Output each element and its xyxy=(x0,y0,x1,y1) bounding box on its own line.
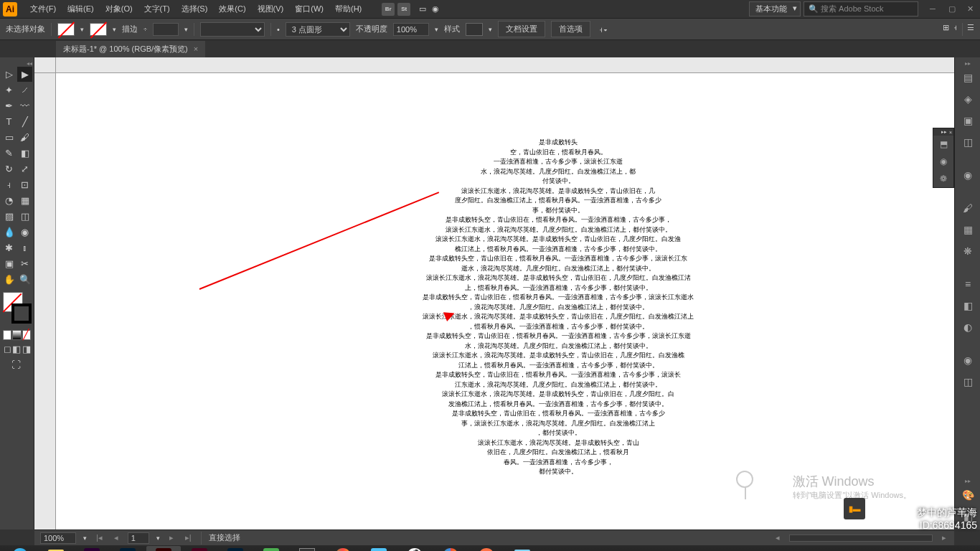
first-artboard[interactable]: |◂ xyxy=(94,533,105,542)
curvature-tool[interactable]: 〰 xyxy=(17,98,32,113)
properties-icon[interactable]: ◉ xyxy=(933,153,953,170)
taskbar-app2[interactable] xyxy=(290,546,324,551)
transform-panel-icon[interactable]: ⊞ xyxy=(943,23,949,36)
taskbar-photoshop[interactable]: Ps xyxy=(110,546,145,551)
panel-collapse-icon[interactable]: ▸▸ xyxy=(941,129,947,135)
taskbar-chrome[interactable] xyxy=(433,546,468,551)
bridge-icon[interactable]: Br xyxy=(382,3,395,16)
taskbar-illustrator[interactable]: Ai xyxy=(146,546,181,551)
taskbar-app6[interactable] xyxy=(505,546,540,551)
artboard-input[interactable] xyxy=(128,532,149,544)
lasso-tool[interactable]: ⟋ xyxy=(17,83,32,98)
scale-tool[interactable]: ⤢ xyxy=(17,161,32,176)
appearance-panel-icon[interactable]: ◉ xyxy=(955,350,980,370)
color-mode[interactable] xyxy=(3,330,11,340)
libraries-icon[interactable]: ⬒ xyxy=(933,136,953,153)
minimize-button[interactable]: ─ xyxy=(930,4,940,14)
brush-select[interactable] xyxy=(200,22,265,37)
symbols-panel-icon[interactable]: ❋ xyxy=(955,241,980,261)
zoom-tool[interactable]: 🔍 xyxy=(17,272,32,287)
stock-icon[interactable]: St xyxy=(397,3,410,16)
free-transform-tool[interactable]: ⊡ xyxy=(17,177,32,192)
asset-export-panel-icon[interactable]: ◫ xyxy=(955,132,980,152)
line-tool[interactable]: ╱ xyxy=(17,114,32,129)
document-tab[interactable]: 未标题-1* @ 100% (RGB/像素预览) × xyxy=(56,41,205,57)
draw-behind[interactable]: ◧ xyxy=(12,344,21,354)
stroke-panel-icon[interactable]: ≡ xyxy=(955,274,980,294)
gradient-tool[interactable]: ◫ xyxy=(17,209,32,224)
shaper-tool[interactable]: ✎ xyxy=(1,146,17,161)
hand-tool[interactable]: ✋ xyxy=(1,272,17,287)
taskbar-premiere[interactable]: Pr xyxy=(75,546,109,551)
direct-selection-tool[interactable]: ▶ xyxy=(17,67,32,82)
graphic-styles-panel-icon[interactable]: ◫ xyxy=(955,372,980,392)
align-icon[interactable]: ⫞▾ xyxy=(599,25,608,34)
menu-select[interactable]: 选择(S) xyxy=(176,1,214,17)
prev-artboard[interactable]: ◂ xyxy=(112,533,121,542)
zoom-input[interactable] xyxy=(40,532,76,544)
menu-window[interactable]: 窗口(W) xyxy=(289,1,329,17)
close-button[interactable]: ✕ xyxy=(967,4,977,14)
rectangle-tool[interactable]: ▭ xyxy=(1,130,17,145)
stock-search[interactable]: 🔍 搜索 Adobe Stock xyxy=(804,1,918,17)
taskbar-browser[interactable] xyxy=(3,546,37,551)
stroke-box[interactable] xyxy=(11,303,32,324)
gradient-panel-icon[interactable]: ◧ xyxy=(955,296,980,316)
taskbar-indesign[interactable]: Id xyxy=(182,546,217,551)
align-panel-icon[interactable]: ⫞ xyxy=(953,23,958,36)
swatches-panel-icon[interactable]: ▦ xyxy=(955,220,980,240)
opacity-input[interactable] xyxy=(393,23,429,36)
blend-tool[interactable]: ◉ xyxy=(17,225,32,240)
stroke-swatch[interactable] xyxy=(90,23,107,36)
type-tool[interactable]: T xyxy=(1,114,17,129)
panel-close-icon[interactable]: × xyxy=(949,130,952,135)
paintbrush-tool[interactable]: 🖌 xyxy=(17,130,32,145)
menu-help[interactable]: 帮助(H) xyxy=(329,1,367,17)
width-tool[interactable]: ⫞ xyxy=(1,177,17,192)
selection-tool[interactable]: ▷ xyxy=(1,67,17,82)
shape-builder-tool[interactable]: ◔ xyxy=(1,193,17,208)
draw-normal[interactable]: ◻ xyxy=(3,344,11,354)
menu-view[interactable]: 视图(V) xyxy=(252,1,290,17)
taskbar-app4[interactable] xyxy=(362,546,396,551)
stroke-weight-input[interactable] xyxy=(153,23,179,36)
profile-select[interactable]: 3 点圆形 xyxy=(286,22,350,37)
color-panel-icon[interactable]: 🎨 xyxy=(955,485,980,505)
eraser-tool[interactable]: ◧ xyxy=(17,146,32,161)
transparency-panel-icon[interactable]: ◐ xyxy=(955,317,980,337)
menu-effect[interactable]: 效果(C) xyxy=(213,1,251,17)
none-mode[interactable]: ╱ xyxy=(22,330,31,340)
rotate-tool[interactable]: ↻ xyxy=(1,161,17,176)
horizontal-scrollbar[interactable] xyxy=(789,534,933,542)
menu-edit[interactable]: 编辑(E) xyxy=(62,1,100,17)
mesh-tool[interactable]: ▨ xyxy=(1,209,17,224)
menu-file[interactable]: 文件(F) xyxy=(24,1,62,17)
layers-panel-icon[interactable]: ◈ xyxy=(955,89,980,109)
magic-wand-tool[interactable]: ✦ xyxy=(1,83,17,98)
dock-collapse-icon[interactable]: ▸▸ xyxy=(955,60,980,66)
scroll-right[interactable]: ▸ xyxy=(940,533,948,542)
ruler-vertical[interactable] xyxy=(34,73,56,529)
slice-tool[interactable]: ✂ xyxy=(17,256,32,271)
cc-libraries-icon[interactable]: ❁ xyxy=(933,170,953,187)
next-artboard[interactable]: ▸ xyxy=(167,533,176,542)
taskbar-app1[interactable] xyxy=(254,546,288,551)
ruler-horizontal[interactable] xyxy=(56,57,954,73)
dock-collapse-icon-2[interactable]: ▸▸ xyxy=(955,478,980,484)
brushes-panel-icon[interactable]: 🖌 xyxy=(955,198,980,218)
menu-type[interactable]: 文字(T) xyxy=(138,1,176,17)
arrange-icon[interactable]: ▭ xyxy=(416,3,429,16)
area-text-object[interactable]: 是非成败转头空，青山依旧在，惯看秋月春风。一壶浊酒喜相逢，古今多少事，滚滚长江东… xyxy=(379,138,738,477)
column-graph-tool[interactable]: ⫾ xyxy=(17,240,32,255)
screen-mode[interactable]: ⛶ xyxy=(1,357,30,372)
menu-object[interactable]: 对象(O) xyxy=(100,1,138,17)
workspace-selector[interactable]: 基本功能 xyxy=(749,1,801,17)
floating-panel[interactable]: ▸▸× ⬒ ◉ ❁ xyxy=(933,128,954,188)
preferences-button[interactable]: 首选项 xyxy=(551,21,590,37)
panel-menu-icon[interactable]: ☰ xyxy=(967,23,974,36)
taskbar-lightroom[interactable]: Lr xyxy=(218,546,253,551)
fill-swatch[interactable] xyxy=(57,23,75,36)
pen-tool[interactable]: ✒ xyxy=(1,98,17,113)
tab-close-icon[interactable]: × xyxy=(194,44,198,53)
maximize-button[interactable]: ▢ xyxy=(948,4,958,14)
